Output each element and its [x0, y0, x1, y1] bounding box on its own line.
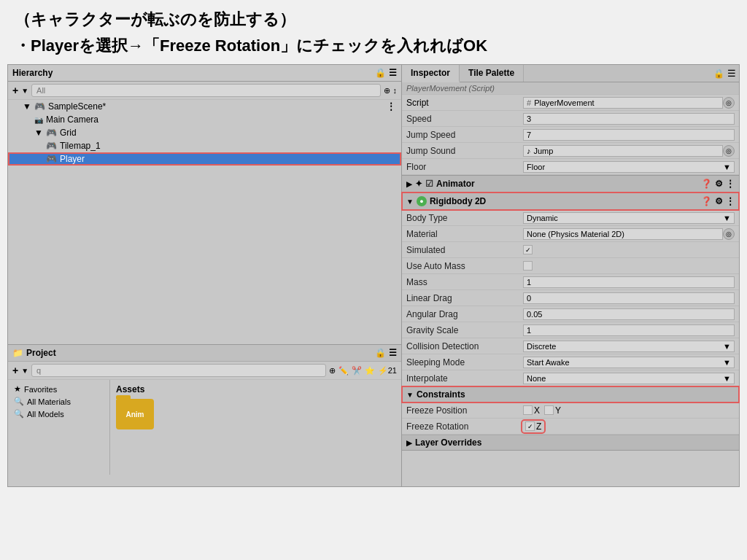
body-type-dropdown[interactable]: Dynamic ▼ — [523, 212, 735, 224]
interpolate-row: Interpolate None ▼ — [402, 370, 739, 386]
jump-sound-value: ♪ Jump — [523, 145, 723, 157]
collision-detection-row: Collision Detection Discrete ▼ — [402, 338, 739, 354]
header-title: （キャラクターが転ぶのを防止する） — [0, 0, 747, 35]
interpolate-arrow: ▼ — [723, 374, 731, 383]
search-icon2: 🔍 — [14, 409, 24, 419]
scene-item[interactable]: ▼ 🎮 SampleScene* ⋮ — [8, 100, 401, 113]
tab-tile-palette[interactable]: Tile Palette — [460, 65, 524, 82]
material-value: None (Physics Material 2D) — [523, 228, 723, 240]
freeze-pos-y-label: Y — [555, 405, 561, 416]
project-icon1: ⊕ — [329, 366, 336, 376]
hierarchy-dropdown-btn[interactable]: ▼ — [21, 87, 28, 95]
interpolate-label: Interpolate — [406, 373, 523, 384]
freeze-pos-y-checkbox[interactable] — [544, 405, 554, 415]
animator-actions: ❓ ⚙ ⋮ — [701, 179, 735, 189]
simulated-label: Simulated — [406, 245, 523, 255]
freeze-rot-z-checkbox[interactable]: ✓ — [525, 421, 535, 431]
freeze-position-row: Freeze Position X Y — [402, 402, 739, 419]
speed-label: Speed — [406, 114, 523, 124]
freeze-rot-z-label: Z — [536, 421, 541, 432]
freeze-pos-x-checkbox[interactable] — [523, 405, 533, 415]
project-menu-icon: ☰ — [389, 348, 397, 358]
sub-header: ・Playerを選択→「Freeze Rotation」にチェックを入れればOK — [0, 35, 747, 64]
rigidbody-icon: ● — [417, 196, 427, 206]
animator-checkbox: ☑ — [425, 179, 433, 189]
animator-header[interactable]: ▶ ✦ ☑ Animator ❓ ⚙ ⋮ — [402, 175, 739, 192]
camera-icon: 📷 — [34, 116, 43, 124]
animator-script-icon: ✦ — [415, 179, 422, 189]
hierarchy-add-btn[interactable]: + — [12, 85, 18, 96]
gravity-scale-value[interactable]: 1 — [523, 324, 735, 336]
hierarchy-panel-header: Hierarchy 🔒 ☰ — [8, 65, 401, 82]
favorites-label: Favorites — [24, 385, 57, 394]
use-auto-mass-checkbox[interactable] — [523, 261, 533, 271]
rigidbody-actions: ❓ ⚙ ⋮ — [701, 196, 735, 206]
layer-overrides-header[interactable]: ▶ Layer Overrides — [402, 435, 739, 451]
hierarchy-search-input[interactable] — [31, 84, 380, 97]
constraints-header[interactable]: ▼ Constraints — [402, 386, 739, 402]
main-camera-label: Main Camera — [46, 114, 98, 125]
angular-drag-value[interactable]: 0.05 — [523, 308, 735, 320]
material-circle-btn[interactable]: ◎ — [723, 228, 735, 240]
anim-folder-item[interactable]: Anim — [116, 399, 154, 429]
jump-speed-label: Jump Speed — [406, 130, 523, 140]
project-icon4: ⭐ — [365, 366, 375, 376]
project-content: ★ Favorites 🔍 All Materials 🔍 All Models… — [8, 380, 401, 475]
rigidbody2d-header[interactable]: ▼ ● Rigidbody 2D ❓ ⚙ ⋮ — [402, 192, 739, 210]
all-models-label: All Models — [27, 410, 64, 419]
jump-speed-value[interactable]: 7 — [523, 129, 735, 141]
project-search-input[interactable] — [31, 364, 326, 377]
hierarchy-search-icon-1: ⊕ — [384, 86, 390, 96]
jump-sound-row: Jump Sound ♪ Jump ◎ — [402, 143, 739, 159]
mass-label: Mass — [406, 277, 523, 287]
floor-label: Floor — [406, 162, 523, 172]
mass-value[interactable]: 1 — [523, 276, 735, 288]
hierarchy-menu-icon: ☰ — [389, 68, 397, 78]
linear-drag-value[interactable]: 0 — [523, 292, 735, 304]
sleeping-mode-dropdown[interactable]: Start Awake ▼ — [523, 357, 735, 368]
layer-overrides-label: Layer Overrides — [415, 438, 481, 448]
body-type-row: Body Type Dynamic ▼ — [402, 210, 739, 226]
grid-item[interactable]: ▼ 🎮 Grid — [8, 126, 401, 139]
project-favorites: ★ Favorites 🔍 All Materials 🔍 All Models — [8, 380, 110, 475]
tilemap-item[interactable]: 🎮 Tilemap_1 — [8, 139, 401, 152]
collision-detection-dropdown[interactable]: Discrete ▼ — [523, 341, 735, 352]
script-circle-btn[interactable]: ◎ — [723, 97, 735, 109]
mass-row: Mass 1 — [402, 274, 739, 290]
collision-detection-value: Discrete — [527, 342, 556, 351]
project-search-bar: + ▼ ⊕ ✏️ ✂️ ⭐ ⚡21 — [8, 362, 401, 380]
star-icon: ★ — [14, 384, 21, 394]
interpolate-dropdown[interactable]: None ▼ — [523, 373, 735, 384]
search-icon: 🔍 — [14, 397, 24, 406]
scene-cube-icon: 🎮 — [34, 101, 45, 112]
all-materials-item[interactable]: 🔍 All Materials — [11, 395, 107, 408]
sleeping-mode-label: Sleeping Mode — [406, 357, 523, 368]
jump-sound-circle-btn[interactable]: ◎ — [723, 145, 735, 157]
project-icon2: ✏️ — [338, 366, 349, 376]
speed-row: Speed 3 — [402, 111, 739, 127]
assets-label: Assets — [113, 383, 398, 396]
jump-sound-label: Jump Sound — [406, 146, 523, 156]
speed-value[interactable]: 3 — [523, 113, 735, 125]
project-add-btn[interactable]: + — [12, 365, 18, 376]
folder-icon: 📁 — [12, 348, 23, 358]
player-item[interactable]: 🎮 Player — [8, 152, 401, 166]
tab-inspector[interactable]: Inspector — [402, 65, 460, 82]
all-models-item[interactable]: 🔍 All Models — [11, 408, 107, 420]
main-camera-item[interactable]: 📷 Main Camera — [8, 113, 401, 126]
project-asset-count: ⚡21 — [378, 366, 397, 376]
animator-collapse-icon: ▶ — [406, 180, 412, 188]
simulated-checkbox[interactable]: ✓ — [523, 245, 533, 254]
interpolate-value: None — [527, 374, 546, 383]
material-label: Material — [406, 229, 523, 239]
use-auto-mass-label: Use Auto Mass — [406, 261, 523, 271]
collision-detection-arrow: ▼ — [723, 342, 731, 351]
freeze-pos-y-group: Y — [544, 405, 561, 416]
project-dropdown-btn[interactable]: ▼ — [21, 367, 28, 375]
floor-dropdown[interactable]: Floor ▼ — [523, 161, 735, 173]
lock-icon: 🔒 — [375, 68, 386, 78]
project-assets: Assets Anim — [110, 380, 401, 475]
collision-detection-label: Collision Detection — [406, 341, 523, 351]
scene-arrow: ▼ — [23, 101, 31, 112]
anim-folder-icon: Anim — [116, 399, 154, 429]
